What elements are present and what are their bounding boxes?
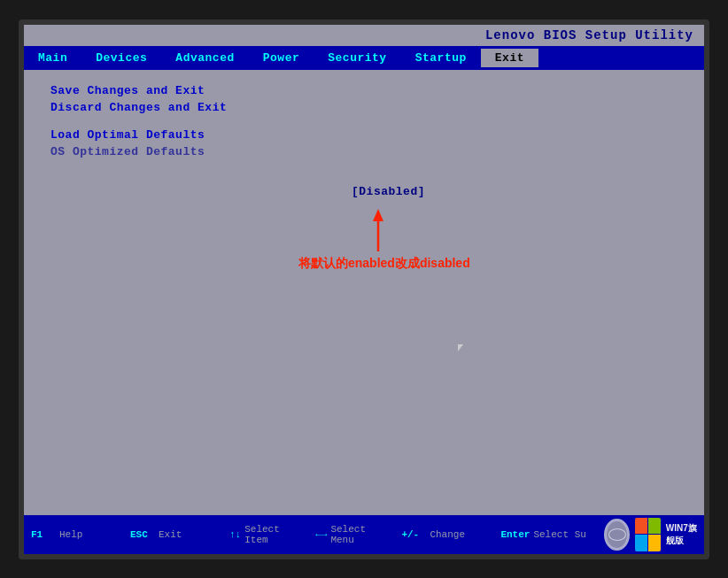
- nav-exit[interactable]: Exit: [481, 49, 538, 67]
- key-esc: ESC: [130, 529, 155, 540]
- globe-icon: [604, 519, 630, 551]
- disabled-value: [Disabled]: [352, 185, 425, 198]
- bottom-bar: F1 Help ESC Exit ↑↓ Select Item ←→ Selec…: [24, 515, 704, 554]
- annotation-text: 将默认的enabled改成disabled: [298, 256, 470, 272]
- key-f1: F1: [31, 529, 56, 540]
- monitor-frame: Lenovo BIOS Setup Utility Main Devices A…: [19, 19, 709, 559]
- key-group-arrows: ↑↓ Select Item: [229, 524, 298, 545]
- nav-power[interactable]: Power: [249, 49, 314, 67]
- bios-title: Lenovo BIOS Setup Utility: [485, 28, 693, 42]
- nav-advanced[interactable]: Advanced: [161, 49, 248, 67]
- mouse-cursor: [458, 344, 463, 351]
- nav-bar: Main Devices Advanced Power Security Sta…: [24, 46, 704, 70]
- title-bar: Lenovo BIOS Setup Utility: [24, 25, 704, 46]
- key-f1-desc: Help: [59, 529, 112, 540]
- annotation-arrow: [369, 207, 396, 256]
- win7-label: WIN7旗舰版: [666, 522, 703, 547]
- key-leftright: ←→: [315, 529, 327, 540]
- key-group-leftright: ←→ Select Menu: [315, 524, 383, 545]
- key-group-esc: ESC Exit: [130, 529, 212, 540]
- key-leftright-desc: Select Menu: [330, 524, 383, 545]
- key-plusminus-desc: Change: [430, 529, 483, 540]
- key-plusminus: +/-: [401, 529, 426, 540]
- nav-main[interactable]: Main: [24, 49, 81, 67]
- load-optimal-defaults[interactable]: Load Optimal Defaults: [50, 128, 678, 142]
- menu-spacer: [50, 118, 678, 128]
- windows-flag-icon: [635, 518, 661, 551]
- key-esc-desc: Exit: [159, 529, 212, 540]
- key-updown-desc: Select Item: [244, 524, 298, 545]
- svg-marker-1: [373, 209, 383, 221]
- watermark-area: WIN7旗舰版: [604, 518, 702, 551]
- bios-screen: Lenovo BIOS Setup Utility Main Devices A…: [24, 25, 704, 554]
- nav-startup[interactable]: Startup: [401, 49, 481, 67]
- save-changes-exit[interactable]: Save Changes and Exit: [50, 84, 678, 97]
- nav-security[interactable]: Security: [314, 49, 400, 67]
- os-optimized-defaults[interactable]: OS Optimized Defaults: [50, 145, 678, 158]
- key-enter-desc: Select Su: [533, 529, 586, 540]
- key-enter: Enter: [500, 529, 530, 540]
- nav-devices[interactable]: Devices: [81, 49, 161, 67]
- content-area: Save Changes and Exit Discard Changes an…: [24, 70, 704, 515]
- discard-changes-exit[interactable]: Discard Changes and Exit: [50, 101, 678, 114]
- key-updown: ↑↓: [229, 529, 241, 540]
- key-group-f1: F1 Help: [31, 529, 112, 540]
- key-group-enter: Enter Select Su: [500, 529, 586, 540]
- key-group-plusminus: +/- Change: [401, 529, 483, 540]
